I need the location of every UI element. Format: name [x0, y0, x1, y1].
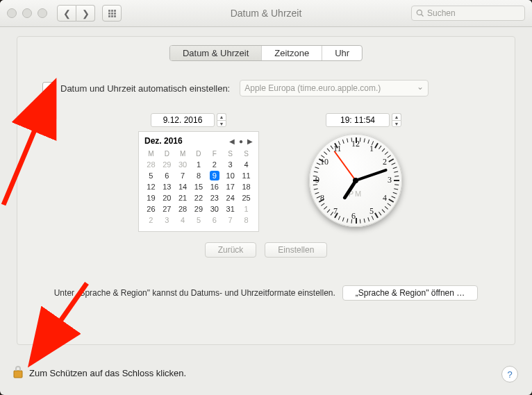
calendar-prev-icon[interactable]: ◀	[229, 137, 235, 145]
calendar-day[interactable]: 27	[159, 203, 175, 215]
calendar-day[interactable]: 25	[238, 192, 254, 203]
clock-tick	[382, 149, 385, 152]
date-step-up[interactable]: ▲	[217, 113, 226, 120]
calendar-day[interactable]: 17	[222, 181, 238, 192]
calendar-day[interactable]: 6	[206, 215, 222, 226]
calendar-day[interactable]: 7	[222, 215, 238, 226]
show-all-button[interactable]	[102, 5, 122, 22]
calendar-weekday: F	[206, 149, 222, 159]
calendar-day[interactable]: 1	[238, 203, 254, 215]
calendar-day[interactable]: 28	[143, 159, 159, 170]
tab-clock[interactable]: Uhr	[322, 46, 362, 60]
clock-tick	[388, 199, 394, 203]
time-step-up[interactable]: ▲	[392, 113, 401, 120]
clock-tick	[342, 140, 344, 144]
calendar-day[interactable]: 6	[159, 170, 175, 181]
help-button[interactable]: ?	[501, 366, 518, 383]
footer-row: Unter „Sprache & Region" kannst du Datum…	[17, 285, 515, 301]
lock-icon[interactable]	[13, 365, 24, 381]
clock-tick	[327, 209, 331, 212]
close-icon[interactable]	[7, 8, 17, 18]
date-field[interactable]: 9.12. 2016	[151, 113, 215, 127]
clock-numeral: 8	[320, 193, 324, 203]
auto-set-checkbox[interactable]	[42, 82, 55, 94]
calendar-nav: ◀ ● ▶	[229, 137, 253, 145]
revert-button[interactable]: Zurück	[205, 242, 257, 258]
calendar-day[interactable]: 10	[222, 170, 238, 181]
calendar-day[interactable]: 19	[143, 192, 159, 203]
tab-date-time[interactable]: Datum & Uhrzeit	[170, 46, 262, 60]
calendar-day[interactable]: 3	[159, 215, 175, 226]
calendar-day[interactable]: 2	[206, 159, 222, 170]
calendar-day[interactable]: 8	[191, 170, 207, 181]
calendar-day[interactable]: 11	[238, 170, 254, 181]
calendar-day[interactable]: 4	[175, 215, 191, 226]
calendar-day[interactable]: 3	[222, 159, 238, 170]
calendar-weekday: S	[238, 149, 254, 159]
calendar-next-icon[interactable]: ▶	[247, 137, 253, 145]
time-step-down[interactable]: ▼	[392, 120, 401, 127]
calendar-day[interactable]: 13	[159, 181, 175, 192]
clock-tick	[394, 184, 399, 185]
calendar-day[interactable]: 7	[175, 170, 191, 181]
time-field[interactable]: 19: 11:54	[326, 113, 390, 127]
clock-tick	[394, 176, 399, 177]
calendar-day[interactable]: 5	[191, 215, 207, 226]
calendar-day[interactable]: 9	[206, 170, 222, 181]
clock-tick	[364, 219, 365, 223]
calendar-day[interactable]: 5	[143, 170, 159, 181]
clock-tick	[379, 212, 381, 215]
calendar-day[interactable]: 28	[175, 203, 191, 215]
clock-tick	[388, 158, 394, 162]
save-button[interactable]: Einstellen	[265, 242, 327, 258]
calendar-day[interactable]: 30	[206, 203, 222, 215]
date-stepper-buttons: ▲ ▼	[217, 113, 226, 127]
calendar-day[interactable]: 14	[175, 181, 191, 192]
calendar-day[interactable]: 29	[159, 159, 175, 170]
calendar-month-label: Dez. 2016	[144, 136, 183, 146]
minimize-icon[interactable]	[22, 8, 32, 18]
calendar-day[interactable]: 18	[238, 181, 254, 192]
date-step-down[interactable]: ▼	[217, 120, 226, 127]
calendar-day[interactable]: 23	[206, 192, 222, 203]
clock-tick	[394, 171, 398, 173]
calendar-day[interactable]: 24	[222, 192, 238, 203]
clock-numeral: 5	[369, 206, 374, 217]
clock-tick	[385, 151, 388, 155]
calendar[interactable]: Dez. 2016 ◀ ● ▶ MDMDFSS 2829301234567891…	[138, 131, 259, 232]
calendar-today-icon[interactable]: ●	[239, 137, 243, 145]
zoom-icon[interactable]	[38, 8, 47, 18]
clock-numeral: 1	[369, 144, 374, 154]
search-input[interactable]: Suchen	[411, 6, 525, 21]
time-server-combo[interactable]: Apple Europa (time.euro.apple.com.)	[240, 80, 429, 96]
back-button[interactable]: ❮	[57, 5, 76, 22]
clock-tick	[338, 216, 340, 220]
action-buttons: Zurück Einstellen	[17, 242, 515, 258]
clock-numeral: 3	[388, 175, 392, 185]
calendar-day[interactable]: 26	[143, 203, 159, 215]
open-language-region-button[interactable]: „Sprache & Region" öffnen …	[342, 285, 478, 301]
calendar-day[interactable]: 31	[222, 203, 238, 215]
clock-tick	[324, 151, 327, 155]
tab-bar: Datum & Uhrzeit Zeitzone Uhr	[169, 45, 363, 61]
calendar-day[interactable]: 22	[191, 192, 207, 203]
calendar-day[interactable]: 4	[238, 159, 254, 170]
forward-button[interactable]: ❯	[76, 5, 95, 22]
calendar-day[interactable]: 21	[175, 192, 191, 203]
calendar-day[interactable]: 29	[191, 203, 207, 215]
clock-tick	[379, 146, 381, 149]
calendar-day[interactable]: 2	[143, 215, 159, 226]
calendar-day[interactable]: 1	[191, 159, 207, 170]
calendar-day[interactable]: 16	[206, 181, 222, 192]
calendar-day[interactable]: 12	[143, 181, 159, 192]
calendar-day[interactable]: 20	[159, 192, 175, 203]
calendar-day[interactable]: 8	[238, 215, 254, 226]
clock-tick	[374, 143, 379, 149]
auto-set-row: Datum und Uhrzeit automatisch einstellen…	[42, 80, 490, 96]
clock-tick	[360, 137, 361, 142]
calendar-day[interactable]: 15	[191, 181, 207, 192]
chevron-left-icon: ❮	[63, 8, 71, 19]
tab-timezone[interactable]: Zeitzone	[262, 46, 322, 60]
auto-set-label: Datum und Uhrzeit automatisch einstellen…	[60, 83, 230, 94]
calendar-day[interactable]: 30	[175, 159, 191, 170]
